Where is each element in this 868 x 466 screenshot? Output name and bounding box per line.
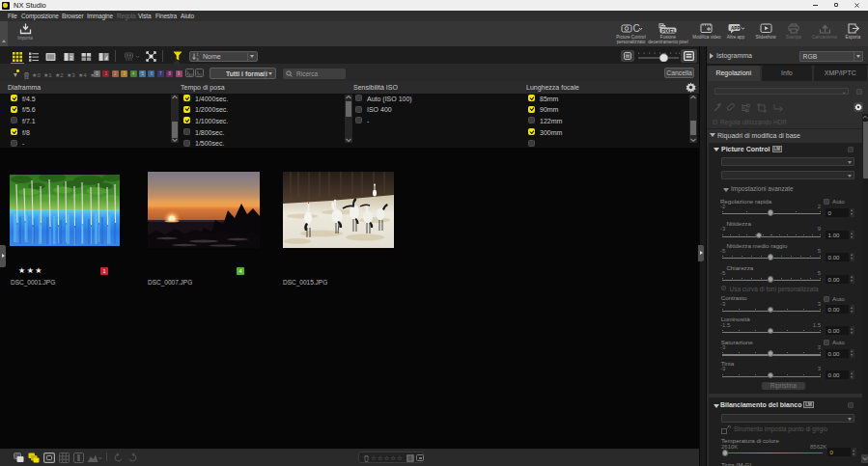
svg-text:JPG: JPG <box>197 73 202 77</box>
svg-text:APP: APP <box>731 26 740 31</box>
svg-text:C: C <box>632 23 639 34</box>
svg-text:RAW: RAW <box>187 73 194 77</box>
svg-text:9: 9 <box>197 58 199 61</box>
svg-text:PIXEL: PIXEL <box>661 28 677 34</box>
